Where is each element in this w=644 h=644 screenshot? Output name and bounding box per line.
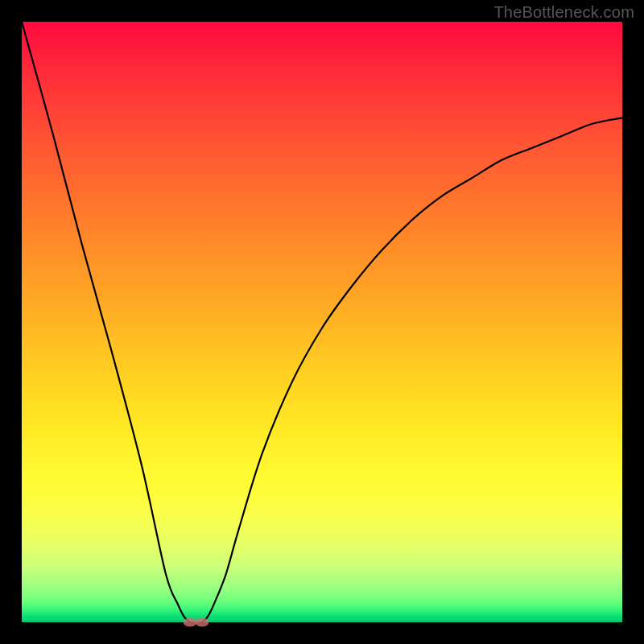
watermark-text: TheBottleneck.com [493,3,634,22]
plot-area [22,22,622,622]
bottleneck-curve [22,22,622,622]
data-marker [195,618,208,627]
chart-frame: TheBottleneck.com [0,0,644,644]
